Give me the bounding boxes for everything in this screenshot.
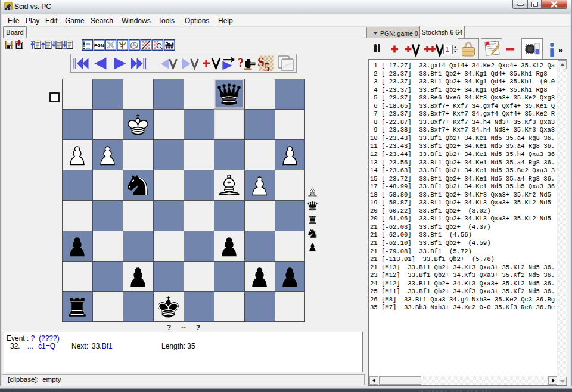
svg-text:»: » (558, 45, 563, 55)
svg-text:?: ? (238, 56, 244, 69)
svg-text:1: 1 (446, 46, 449, 53)
svg-text:PGN: PGN (94, 43, 104, 48)
svg-text:S: S (257, 55, 265, 69)
svg-text:5: 5 (264, 61, 270, 73)
